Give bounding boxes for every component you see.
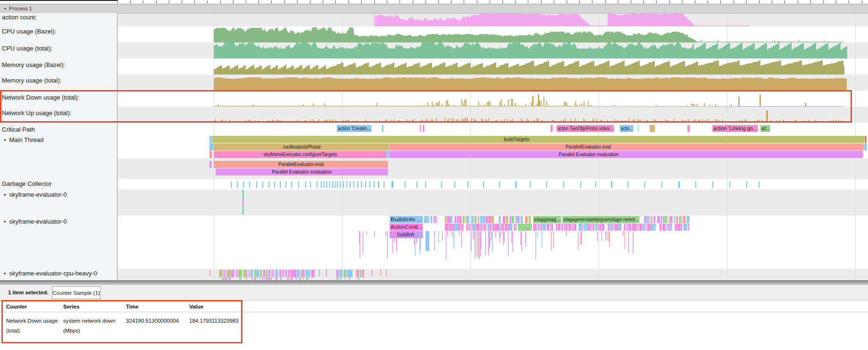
slice[interactable] — [275, 278, 277, 280]
slice[interactable] — [311, 270, 314, 277]
slice[interactable] — [291, 278, 293, 280]
slice[interactable] — [529, 216, 531, 223]
slice[interactable] — [361, 181, 362, 188]
slice[interactable] — [249, 181, 250, 188]
slice[interactable] — [517, 224, 517, 231]
time-ruler[interactable] — [0, 0, 868, 4]
slice[interactable] — [501, 224, 504, 231]
slice[interactable] — [478, 231, 479, 257]
slice[interactable] — [467, 216, 469, 223]
slice[interactable] — [445, 224, 448, 231]
slice[interactable] — [628, 231, 629, 253]
slice[interactable] — [222, 278, 225, 280]
slice[interactable] — [653, 216, 655, 223]
slice[interactable] — [508, 231, 509, 256]
slice[interactable] — [463, 216, 465, 223]
slice[interactable] — [644, 216, 645, 223]
slice[interactable] — [611, 181, 612, 188]
slice[interactable] — [551, 125, 553, 132]
slice[interactable] — [684, 224, 686, 231]
slice[interactable] — [214, 161, 388, 168]
slice[interactable] — [466, 224, 468, 231]
slice[interactable] — [580, 181, 581, 188]
slice[interactable] — [667, 224, 668, 231]
slice[interactable] — [454, 216, 456, 223]
slice[interactable] — [466, 216, 467, 223]
slice[interactable] — [319, 270, 320, 276]
slice[interactable] — [280, 278, 282, 280]
slice[interactable] — [243, 181, 244, 188]
slice[interactable] — [246, 270, 247, 277]
slice[interactable] — [347, 270, 350, 277]
slice[interactable] — [655, 224, 656, 231]
slice[interactable] — [625, 231, 626, 250]
slice[interactable] — [405, 181, 406, 188]
slice[interactable] — [385, 231, 386, 236]
slice[interactable] — [209, 161, 212, 168]
slice[interactable] — [679, 216, 681, 223]
slice[interactable] — [308, 270, 310, 277]
slice[interactable] — [424, 216, 427, 223]
slice[interactable] — [506, 216, 508, 223]
slice[interactable] — [212, 136, 865, 143]
slice[interactable] — [450, 216, 452, 223]
slice[interactable] — [469, 224, 470, 231]
slice[interactable] — [521, 216, 523, 223]
slice[interactable] — [250, 270, 253, 277]
slice[interactable] — [533, 216, 561, 223]
collapse-triangle-icon[interactable]: ▾ — [4, 270, 6, 277]
slice[interactable] — [486, 224, 487, 231]
slice[interactable] — [634, 224, 636, 231]
slice[interactable] — [434, 231, 435, 237]
slice[interactable] — [668, 224, 670, 231]
slice[interactable] — [359, 231, 360, 244]
slice[interactable] — [558, 224, 560, 231]
slice[interactable] — [675, 224, 676, 231]
slice[interactable] — [315, 270, 315, 277]
slice[interactable] — [547, 224, 549, 231]
timeline-canvas[interactable]: action 'Creatin...action 'GenObjcProtos … — [0, 0, 868, 283]
slice[interactable] — [478, 216, 479, 223]
slice[interactable] — [365, 181, 366, 188]
slice[interactable] — [389, 151, 863, 158]
slice[interactable] — [387, 231, 388, 258]
slice[interactable] — [390, 216, 423, 223]
slice[interactable] — [243, 270, 246, 277]
slice[interactable] — [452, 224, 455, 231]
slice[interactable] — [591, 224, 592, 231]
slice[interactable] — [490, 224, 492, 231]
slice[interactable] — [445, 216, 447, 223]
slice[interactable] — [390, 143, 864, 150]
slice[interactable] — [209, 143, 214, 150]
slice[interactable] — [317, 181, 317, 188]
slice[interactable] — [461, 224, 463, 231]
slice[interactable] — [542, 224, 546, 231]
slice[interactable] — [597, 231, 598, 242]
slice[interactable] — [415, 231, 416, 256]
slice[interactable] — [509, 216, 511, 223]
slice[interactable] — [676, 216, 678, 223]
slice[interactable] — [378, 181, 379, 188]
slice[interactable] — [326, 181, 327, 188]
slice[interactable] — [452, 231, 453, 236]
slice[interactable] — [657, 216, 660, 223]
slice[interactable] — [628, 224, 631, 231]
slice[interactable] — [651, 216, 652, 223]
slice[interactable] — [447, 231, 448, 237]
slice[interactable] — [688, 224, 689, 231]
slice[interactable] — [595, 181, 596, 188]
slice[interactable] — [499, 216, 501, 223]
slice[interactable] — [487, 216, 488, 223]
slice[interactable] — [515, 181, 517, 188]
slice[interactable] — [427, 216, 429, 223]
slice[interactable] — [455, 224, 458, 231]
slice[interactable] — [574, 224, 576, 231]
slice[interactable] — [305, 270, 308, 277]
slice[interactable] — [648, 216, 650, 223]
slice[interactable] — [618, 224, 620, 231]
slice[interactable] — [260, 270, 262, 277]
slice[interactable] — [350, 270, 352, 277]
slice[interactable] — [651, 224, 652, 231]
slice[interactable] — [321, 181, 322, 188]
slice[interactable] — [285, 270, 287, 277]
